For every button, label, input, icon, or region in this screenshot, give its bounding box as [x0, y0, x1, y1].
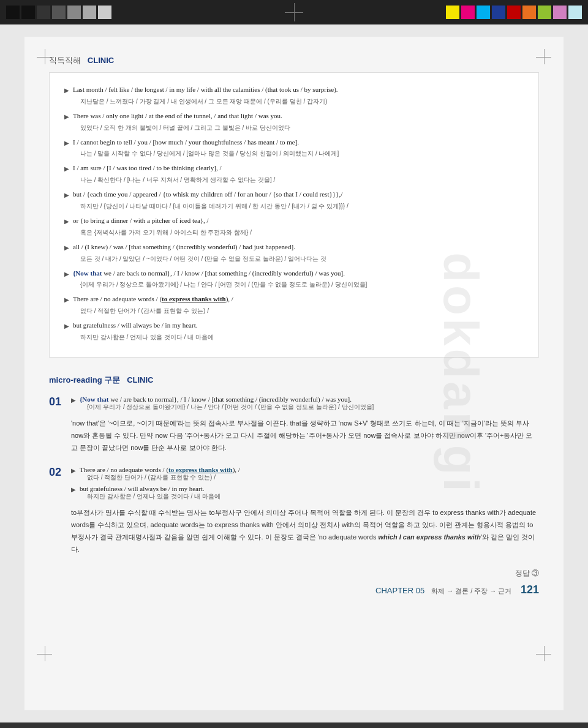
clinic-box: ▶ Last month / felt like / the longest /… [49, 72, 539, 358]
bullet-en-3: I / cannot begin to tell / you / [how mu… [73, 137, 524, 149]
bullet-9: ▶ There are / no adequate words / (to ex… [64, 293, 524, 318]
bullet-en-6: or {to bring a dinner / with a pitcher o… [73, 215, 524, 227]
color-squares [446, 6, 582, 19]
color-orange [522, 6, 536, 19]
chapter-ko: 화제 → 결론 / 주장 → 근거 [431, 587, 511, 595]
bullet-arrow-9: ▶ [64, 295, 69, 306]
bullet-en-10: but gratefulness / will always be / in m… [73, 320, 524, 332]
color-purple [553, 6, 567, 19]
chapter-info: CHAPTER 05 화제 → 결론 / 주장 → 근거 121 [49, 584, 539, 596]
bullet-content-6: or {to bring a dinner / with a pitcher o… [73, 215, 524, 239]
bullet-ko-5: 하지만 / {당신이 / 나타날 때마다 / {내 아이들을 데려가기 위해 /… [80, 201, 524, 212]
bullet-arrow-2: ▶ [64, 111, 69, 122]
bullet-en-2: There was / only one light / at the end … [73, 110, 524, 122]
bullet-ko-3: 나는 / 말을 시작할 수 없다 / 당신에게 / [얼마나 많은 것을 / 당… [80, 148, 524, 159]
micro-label-blue: CLINIC [127, 375, 153, 385]
square-2 [21, 6, 35, 19]
micro-content-02: ▶ There are / no adequate words / (to ex… [71, 466, 539, 555]
micro-en-01: {Now that we / are back to normal}, / I … [80, 396, 374, 413]
bullet-content-10: but gratefulness / will always be / in m… [73, 320, 524, 344]
bullet-ko-4: 나는 / 확신한다 / [나는 / 너무 지쳐서 / 명확하게 생각할 수 없다… [80, 174, 524, 186]
clinic-label-gray: 직독직해 [49, 56, 81, 65]
color-green [538, 6, 551, 19]
micro-number-02: 02 [49, 466, 71, 479]
square-3 [37, 6, 50, 19]
color-navy [492, 6, 505, 19]
bullet-7: ▶ all / (I knew) / was / [that something… [64, 241, 524, 266]
bullet-ko-10: 하지만 감사함은 / 언제나 있을 것이다 / 내 마음에 [80, 332, 524, 343]
bullet-10: ▶ but gratefulness / will always be / in… [64, 320, 524, 344]
bullet-en-5: but / {each time you / appeared / {to wh… [73, 189, 524, 201]
bullet-arrow-3: ▶ [64, 138, 69, 149]
top-bar [0, 0, 588, 24]
clinic-section-title: 직독직해 CLINIC [49, 55, 539, 66]
crosshair-bottomright [536, 646, 551, 661]
bullet-5: ▶ but / {each time you / appeared / {to … [64, 189, 524, 213]
main-page: dokdangi 직독직해 CLINIC ▶ Last month / felt… [24, 37, 564, 710]
micro-arrow-01: ▶ [71, 397, 76, 403]
bullet-content-3: I / cannot begin to tell / you / [how mu… [73, 137, 524, 161]
bullet-ko-1: 지난달은 / 느껴졌다 / 가장 길게 / 내 인생에서 / 그 모든 재앙 때… [80, 96, 524, 107]
bullet-arrow-5: ▶ [64, 190, 69, 201]
bottom-bar: 독단기_ch5(116-145)-최종.indd 121 2014-07-08 … [0, 722, 588, 728]
bullet-2: ▶ There was / only one light / at the en… [64, 110, 524, 135]
micro-label-gray: micro-reading 구문 [49, 375, 120, 385]
micro-explanation-02: to부정사가 명사를 수식할 때 수식받는 명사는 to부정사구 안에서 의미상… [71, 507, 539, 555]
bullet-content-8: {Now that we / are back to normal}, / I … [73, 268, 524, 292]
bullet-en-8: {Now that we / are back to normal}, / I … [73, 268, 524, 280]
which-bold-text: which I can express thanks with [378, 533, 481, 541]
bullet-1: ▶ Last month / felt like / the longest /… [64, 84, 524, 108]
bullet-ko-2: 있었다 / 오직 한 개의 불빛이 / 터널 끝에 / 그리고 그 불빛은 / … [80, 122, 524, 133]
square-5 [67, 6, 81, 19]
bullet-en-7: all / (I knew) / was / [that something /… [73, 241, 524, 253]
bullet-ko-9: 없다 / 적절한 단어가 / (감사를 표현할 수 있는) / [80, 306, 524, 317]
color-pink [461, 6, 475, 19]
top-bar-squares [0, 6, 111, 19]
color-blue [477, 6, 490, 19]
micro-section-title: micro-reading 구문 CLINIC [49, 375, 539, 386]
chapter-text: CHAPTER 05 [375, 586, 424, 595]
answer-box: 정답 ③ [49, 568, 539, 579]
bullet-6: ▶ or {to bring a dinner / with a pitcher… [64, 215, 524, 239]
color-red [507, 6, 521, 19]
bullet-content-9: There are / no adequate words / (to expr… [73, 293, 524, 318]
bullet-arrow-1: ▶ [64, 85, 69, 96]
bullet-content-2: There was / only one light / at the end … [73, 110, 524, 135]
micro-bullet-02a: ▶ There are / no adequate words / (to ex… [71, 466, 539, 483]
clinic-label-blue: CLINIC [88, 56, 114, 65]
micro-arrow-02b: ▶ [71, 486, 76, 493]
micro-en-02b: but gratefulness / will always be / in m… [80, 485, 221, 502]
crosshair-top [285, 3, 303, 21]
express-thanks-micro: to express thanks with [168, 466, 233, 473]
bullet-arrow-4: ▶ [64, 163, 69, 174]
micro-arrow-02a: ▶ [71, 467, 76, 474]
bullet-3: ▶ I / cannot begin to tell / you / [how … [64, 137, 524, 161]
bullet-arrow-8: ▶ [64, 269, 69, 280]
bullet-en-9: There are / no adequate words / (to expr… [73, 293, 524, 306]
micro-item-02: 02 ▶ There are / no adequate words / (to… [49, 466, 539, 555]
square-4 [52, 6, 66, 19]
bullet-ko-7: 모든 것 / 내가 / 알았던 / ~이었다 / 어떤 것이 / (만을 수 없… [80, 253, 524, 265]
micro-item-01: 01 ▶ {Now that we / are back to normal},… [49, 396, 539, 454]
crosshair-bottomleft [37, 646, 52, 661]
bullet-8: ▶ {Now that we / are back to normal}, / … [64, 268, 524, 292]
bullet-4: ▶ I / am sure / [I / was too tired / to … [64, 162, 524, 187]
bullet-arrow-7: ▶ [64, 242, 69, 253]
micro-content-01: ▶ {Now that we / are back to normal}, / … [71, 396, 539, 454]
color-yellow [446, 6, 459, 19]
micro-number-01: 01 [49, 396, 71, 408]
micro-en-02a: There are / no adequate words / (to expr… [80, 466, 240, 483]
micro-explanation-01: 'now that'은 '~이므로, ~이기 때문에'라는 뜻의 접속사로 부사… [71, 418, 539, 454]
square-7 [98, 6, 111, 19]
crosshair-topleft [37, 49, 52, 64]
bullet-content-4: I / am sure / [I / was too tired / to be… [73, 162, 524, 187]
express-thanks-highlight: to express thanks with [162, 295, 226, 302]
crosshair-topright [536, 49, 551, 64]
bullet-ko-6: 혹은 {저녁식사를 가져 오기 위해 / 아이스티 한 주전자와 함께} / [80, 227, 524, 238]
micro-bullet-02b: ▶ but gratefulness / will always be / in… [71, 485, 539, 502]
bullet-en-4: I / am sure / [I / was too tired / to be… [73, 162, 524, 174]
page-number: 121 [521, 584, 539, 596]
bullet-content-5: but / {each time you / appeared / {to wh… [73, 189, 524, 213]
bullet-content-7: all / (I knew) / was / [that something /… [73, 241, 524, 266]
bullet-arrow-6: ▶ [64, 216, 69, 227]
